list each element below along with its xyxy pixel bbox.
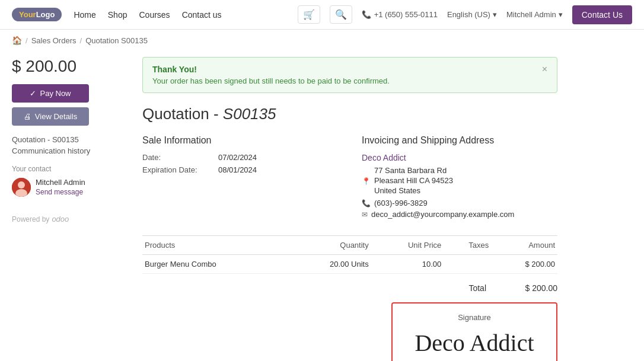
- svg-point-1: [18, 181, 25, 189]
- email-row: ✉ deco_addict@yourcompany.example.com: [362, 210, 557, 219]
- signature-label: Signature: [402, 313, 547, 322]
- products-table: Products Quantity Unit Price Taxes Amoun…: [142, 235, 557, 274]
- expiry-value: 08/01/2024: [218, 165, 257, 174]
- search-icon[interactable]: 🔍: [330, 5, 352, 24]
- pay-now-button[interactable]: ✓ Pay Now: [12, 84, 89, 103]
- breadcrumb-sep-1: /: [25, 36, 28, 45]
- breadcrumb-current: Quotation S00135: [85, 36, 148, 45]
- total-value: $ 200.00: [510, 283, 557, 293]
- breadcrumb-sep-2: /: [80, 36, 82, 45]
- nav-contact[interactable]: Contact us: [182, 10, 222, 20]
- expiry-label: Expiration Date:: [142, 165, 213, 174]
- view-details-button[interactable]: 🖨 View Details: [12, 107, 89, 126]
- date-value: 07/02/2024: [218, 153, 257, 162]
- company-name-link[interactable]: Deco Addict: [362, 153, 557, 162]
- main-layout: $ 200.00 ✓ Pay Now 🖨 View Details Quotat…: [0, 57, 644, 361]
- logo-yellow: Your: [19, 10, 36, 19]
- view-details-label: View Details: [35, 112, 77, 121]
- logo[interactable]: YourLogo: [12, 8, 62, 21]
- price-display: $ 200.00: [12, 57, 130, 76]
- col-amount: Amount: [491, 236, 557, 255]
- language-label: English (US): [447, 10, 490, 19]
- sale-info-title: Sale Information: [142, 135, 338, 146]
- email-icon: ✉: [362, 210, 368, 219]
- total-row: Total $ 200.00: [142, 283, 557, 293]
- send-message-link[interactable]: Send message: [36, 188, 83, 196]
- address-line3: United States: [374, 186, 453, 195]
- contact-name: Mitchell Admin: [36, 178, 85, 187]
- signature-box: Signature Deco Addict Deco Addict: [391, 302, 557, 361]
- breadcrumb-sales-orders[interactable]: Sales Orders: [31, 36, 76, 45]
- company-email: deco_addict@yourcompany.example.com: [371, 210, 514, 219]
- sidebar-links: Quotation - S00135 Communication history: [12, 135, 130, 155]
- quotation-link[interactable]: Quotation - S00135: [12, 135, 130, 144]
- breadcrumb: 🏠 / Sales Orders / Quotation S00135: [0, 30, 644, 51]
- print-icon: 🖨: [24, 112, 31, 121]
- table-row: Burger Menu Combo 20.00 Units 10.00 $ 20…: [142, 255, 557, 274]
- info-grid: Sale Information Date: 07/02/2024 Expira…: [142, 135, 557, 221]
- your-contact-label: Your contact: [12, 165, 130, 173]
- phone-number: +1 (650) 555-0111: [374, 10, 438, 19]
- col-quantity: Quantity: [288, 236, 371, 255]
- quotation-label: Quotation -: [142, 105, 223, 123]
- nav-shop[interactable]: Shop: [108, 10, 127, 20]
- phone-icon: 📞: [362, 199, 371, 207]
- date-label: Date:: [142, 153, 213, 162]
- total-label: Total: [468, 283, 486, 293]
- col-unit-price: Unit Price: [371, 236, 444, 255]
- chevron-down-icon: ▾: [493, 10, 497, 19]
- cart-icon[interactable]: 🛒: [298, 5, 320, 24]
- alert-body: Your order has been signed but still nee…: [152, 76, 390, 85]
- checkmark-icon: ✓: [30, 89, 36, 98]
- col-taxes: Taxes: [444, 236, 491, 255]
- expiry-row: Expiration Date: 08/01/2024: [142, 165, 338, 174]
- contact-us-button[interactable]: Contact Us: [572, 5, 632, 24]
- product-quantity: 20.00 Units: [288, 255, 371, 274]
- product-taxes: [444, 255, 491, 274]
- quotation-title: Quotation - S00135: [142, 105, 557, 123]
- location-icon: 📍: [362, 177, 371, 186]
- total-inner: Total $ 200.00: [468, 283, 557, 293]
- nav-links: Home Shop Courses Contact us: [74, 10, 297, 20]
- product-unit-price: 10.00: [371, 255, 444, 274]
- phone-icon: 📞: [362, 10, 371, 19]
- odoo-logo: odoo: [52, 215, 69, 223]
- product-name: Burger Menu Combo: [142, 255, 288, 274]
- shipping-title: Invoicing and Shipping Address: [362, 135, 557, 146]
- company-phone: (603)-996-3829: [374, 199, 428, 207]
- product-amount: $ 200.00: [491, 255, 557, 274]
- phone-info: 📞 +1 (650) 555-0111: [362, 10, 438, 19]
- sidebar: $ 200.00 ✓ Pay Now 🖨 View Details Quotat…: [12, 57, 130, 361]
- phone-row: 📞 (603)-996-3829: [362, 199, 557, 207]
- home-icon[interactable]: 🏠: [12, 36, 22, 45]
- chevron-down-icon: ▾: [559, 10, 563, 19]
- sale-info-section: Sale Information Date: 07/02/2024 Expira…: [142, 135, 338, 221]
- powered-by-text: Powered by: [12, 215, 49, 223]
- communication-history-link[interactable]: Communication history: [12, 146, 130, 155]
- nav-right: 🛒 🔍 📞 +1 (650) 555-0111 English (US) ▾ M…: [298, 5, 632, 24]
- success-alert: Thank You! Your order has been signed bu…: [142, 57, 557, 93]
- avatar-image: [12, 178, 31, 197]
- navbar: YourLogo Home Shop Courses Contact us 🛒 …: [0, 0, 644, 30]
- logo-oval: YourLogo: [12, 8, 62, 21]
- col-products: Products: [142, 236, 288, 255]
- alert-close-button[interactable]: ×: [542, 65, 547, 74]
- signature-image: Deco Addict: [402, 329, 547, 357]
- powered-by: Powered by odoo: [12, 215, 130, 223]
- admin-label: Mitchell Admin: [506, 10, 556, 19]
- quotation-number: S00135: [223, 105, 276, 123]
- admin-dropdown[interactable]: Mitchell Admin ▾: [506, 10, 563, 19]
- language-dropdown[interactable]: English (US) ▾: [447, 10, 497, 19]
- contact-info: Mitchell Admin Send message: [12, 178, 130, 197]
- nav-home[interactable]: Home: [74, 10, 95, 20]
- alert-title: Thank You!: [152, 65, 390, 74]
- date-row: Date: 07/02/2024: [142, 153, 338, 162]
- main-content: Thank You! Your order has been signed bu…: [142, 57, 557, 361]
- nav-courses[interactable]: Courses: [139, 10, 170, 20]
- shipping-info-section: Invoicing and Shipping Address Deco Addi…: [362, 135, 557, 221]
- address-row: 📍 77 Santa Barbara Rd Pleasant Hill CA 9…: [362, 166, 557, 196]
- pay-now-label: Pay Now: [40, 89, 71, 98]
- alert-text: Thank You! Your order has been signed bu…: [152, 65, 390, 85]
- avatar: [12, 178, 31, 197]
- address-line1: 77 Santa Barbara Rd: [374, 166, 453, 175]
